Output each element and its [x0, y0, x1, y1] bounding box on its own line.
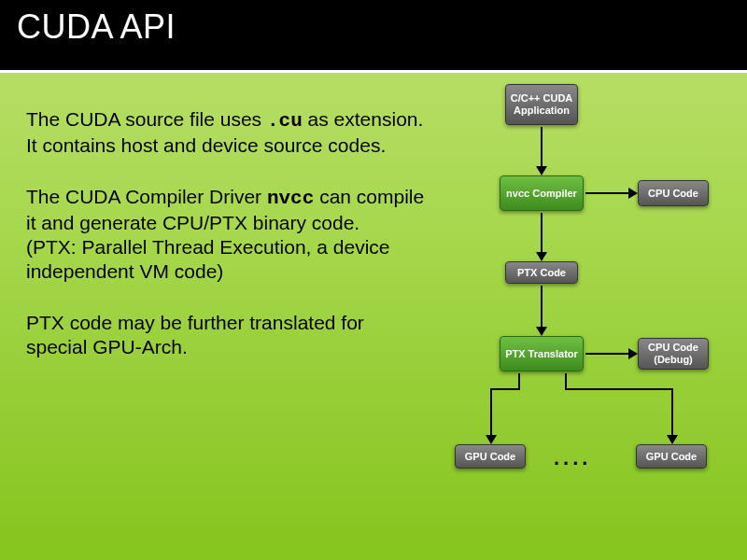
box-cpu-code: CPU Code [638, 180, 709, 206]
arrow-line [541, 286, 543, 327]
box-gpu-code-2: GPU Code [636, 444, 707, 469]
arrow-line [490, 388, 520, 390]
para2-text-a: The CUDA Compiler Driver [26, 186, 267, 207]
arrow-head [536, 327, 547, 336]
box-gpu-code-1: GPU Code [455, 444, 526, 469]
arrow-head [628, 188, 638, 199]
arrow-head [486, 435, 497, 444]
arrow-line [585, 192, 628, 194]
arrow-line [585, 353, 628, 355]
box-nvcc-compiler: nvcc Compiler [500, 175, 584, 211]
para1-text-a: The CUDA source file uses [26, 108, 267, 130]
arrow-head [628, 348, 638, 359]
arrow-head [667, 435, 678, 444]
paragraph-2: The CUDA Compiler Driver nvcc can compil… [26, 185, 428, 285]
slide: CUDA API The CUDA source file uses .cu a… [0, 0, 747, 560]
slide-title: CUDA API [17, 7, 730, 47]
ellipsis-icon: .... [554, 446, 591, 470]
code-cu: .cu [267, 110, 303, 132]
box-application: C/C++ CUDA Application [505, 84, 578, 125]
paragraph-3: PTX code may be further translated for s… [26, 311, 428, 360]
arrow-head [536, 252, 547, 261]
arrow-line [671, 388, 673, 435]
arrow-line [490, 388, 492, 435]
box-cpu-code-debug: CPU Code (Debug) [638, 338, 709, 370]
code-nvcc: nvcc [267, 188, 314, 209]
arrow-line [541, 213, 543, 252]
box-ptx-code: PTX Code [505, 261, 578, 284]
box-ptx-translator: PTX Translator [500, 336, 584, 371]
arrow-line [565, 388, 673, 390]
arrow-line [518, 373, 520, 388]
paragraph-1: The CUDA source file uses .cu as extensi… [26, 107, 428, 159]
body-text: The CUDA source file uses .cu as extensi… [26, 107, 428, 385]
arrow-head [536, 166, 547, 175]
arrow-line [565, 373, 567, 388]
diagram: C/C++ CUDA Application nvcc Compiler CPU… [453, 84, 733, 551]
arrow-line [541, 127, 543, 166]
title-bar: CUDA API [0, 0, 747, 73]
